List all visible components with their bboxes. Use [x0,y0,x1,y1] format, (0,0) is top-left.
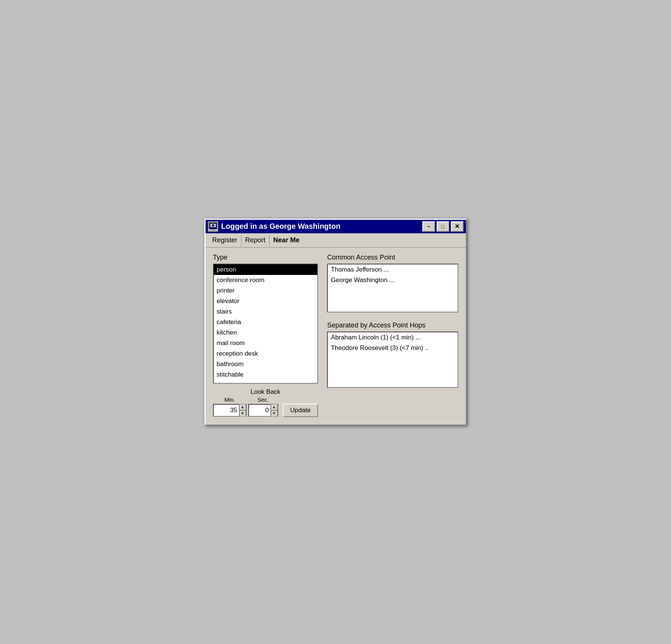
sec-value: 0 [249,407,270,414]
lookback-labels: Min. Sec. [213,396,318,403]
close-button[interactable]: ✕ [451,221,464,232]
update-button[interactable]: Update [283,404,318,417]
hops-list-item[interactable]: Abraham Lincoln (1) (<1 min) ... [328,332,457,343]
min-label: Min. [213,396,247,403]
type-list-item[interactable]: stairs [214,306,318,317]
sec-spinner[interactable]: 0 ▲ ▼ [248,404,278,417]
type-list-item[interactable]: stitchable [214,369,318,380]
type-list-item[interactable]: conference room [214,275,318,285]
menu-bar: Register Report Near Me [206,233,466,248]
type-list-item[interactable]: cafeteria [214,317,318,327]
hops-label: Separated by Access Point Hops [327,321,458,329]
access-list-item[interactable]: George Washington ... [328,275,457,285]
sec-down-button[interactable]: ▼ [271,410,278,417]
sec-up-button[interactable]: ▲ [271,404,278,410]
sec-spinner-buttons: ▲ ▼ [270,404,278,417]
type-list-item[interactable]: reception desk [214,348,318,359]
main-layout: Type personconference roomprinterelevato… [213,254,458,417]
content-area: Type personconference roomprinterelevato… [206,248,466,425]
left-panel: Type personconference roomprinterelevato… [213,254,318,417]
type-list-item[interactable]: person [214,264,318,275]
title-bar-left: Logged in as George Washington [208,221,341,232]
min-spinner[interactable]: 35 ▲ ▼ [213,404,247,417]
type-list-item[interactable]: bathroom [214,359,318,369]
access-list-item[interactable]: Thomas Jefferson ... [328,264,457,275]
right-panel: Common Access Point Thomas Jefferson ...… [327,254,458,417]
min-down-button[interactable]: ▼ [239,410,246,417]
menu-item-register[interactable]: Register [209,235,242,246]
type-list-item[interactable]: printer [214,285,318,296]
min-spinner-buttons: ▲ ▼ [239,404,246,417]
type-list-item[interactable]: demo person [214,380,318,384]
lookback-title: Look Back [213,388,318,396]
svg-point-4 [212,224,214,227]
lookback-row: 35 ▲ ▼ 0 ▲ ▼ [213,404,318,417]
title-buttons: − □ ✕ [422,221,464,232]
min-up-button[interactable]: ▲ [239,404,246,410]
minimize-button[interactable]: − [422,221,435,232]
hops-list[interactable]: Abraham Lincoln (1) (<1 min) ...Theodore… [327,332,458,388]
sec-label: Sec. [248,396,278,403]
menu-item-nearme[interactable]: Near Me [270,235,303,246]
type-list-item[interactable]: elevator [214,296,318,306]
main-window: Logged in as George Washington − □ ✕ Reg… [204,219,467,426]
common-access-label: Common Access Point [327,254,458,261]
type-list-item[interactable]: mail room [214,338,318,348]
common-access-list[interactable]: Thomas Jefferson ...George Washington ..… [327,264,458,312]
svg-rect-3 [211,230,215,230]
min-value: 35 [214,407,239,414]
maximize-button[interactable]: □ [437,221,449,232]
svg-rect-2 [212,229,214,230]
title-bar: Logged in as George Washington − □ ✕ [206,220,466,233]
menu-item-report[interactable]: Report [242,235,270,246]
right-section-gap: Separated by Access Point Hops Abraham L… [327,321,458,388]
type-label: Type [213,254,318,261]
lookback-section: Look Back Min. Sec. 35 ▲ ▼ [213,388,318,417]
app-icon [208,221,218,232]
hops-list-item[interactable]: Theodore Roosevelt (3) (<7 min) .. [328,343,457,353]
title-text: Logged in as George Washington [221,222,341,231]
type-list[interactable]: personconference roomprinterelevatorstai… [213,264,318,384]
type-list-item[interactable]: kitchen [214,327,318,338]
